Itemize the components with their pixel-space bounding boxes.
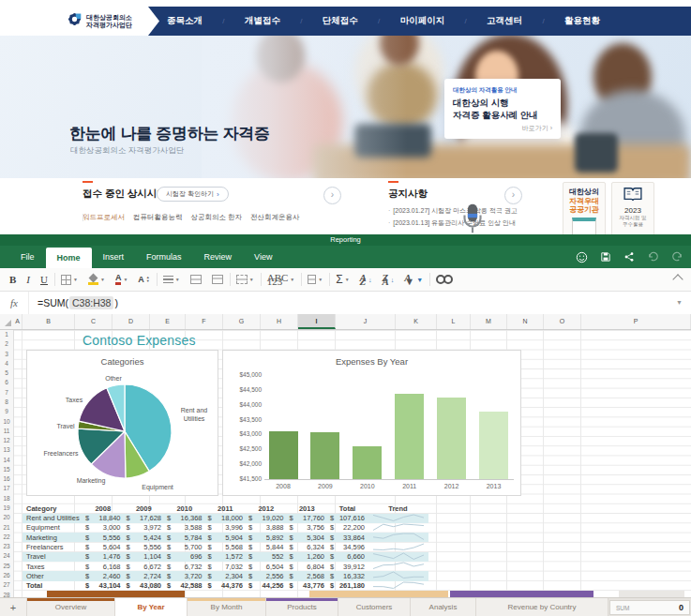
nav-item[interactable]: 마이페이지 (400, 15, 445, 27)
exam-venue-button[interactable]: 시험장 확인하기› (157, 187, 229, 202)
borders-icon[interactable]: ▼ (61, 275, 78, 285)
exam-link[interactable]: 상공회의소 한자 (191, 213, 243, 222)
formula-input[interactable]: =SUM( C38:H38 ) (38, 296, 118, 309)
row-header[interactable]: 1 (0, 330, 13, 339)
column-header-O[interactable]: O (544, 314, 581, 329)
sheet-tab-analysis[interactable]: Analysis (411, 598, 476, 616)
row-header[interactable]: 5 (0, 368, 13, 378)
row-header[interactable]: 28 (0, 591, 13, 597)
row-header[interactable]: 2 (0, 339, 13, 349)
align-icon[interactable]: ▼ (163, 276, 180, 284)
font-color-icon[interactable]: A▼ (115, 274, 128, 285)
sheet-grid[interactable]: 1234567891011121314151617181920212223242… (0, 330, 691, 597)
bold-icon[interactable]: B (9, 274, 16, 285)
banner-card-public-agency[interactable]: 대한상의 자격우대 공공기관 (563, 182, 606, 234)
row-header[interactable]: 18 (0, 494, 13, 503)
underline-icon[interactable]: U (40, 274, 48, 285)
row-header[interactable]: 24 (0, 551, 13, 561)
row-header[interactable]: 16 (0, 474, 13, 484)
ribbon-tab-view[interactable]: View (243, 246, 283, 268)
undo-icon[interactable] (647, 251, 659, 263)
sort-desc-icon[interactable]: ZA↓ (382, 276, 394, 284)
column-header-I[interactable]: I (298, 314, 336, 329)
redo-icon[interactable] (671, 251, 683, 263)
sheet-tab-customers[interactable]: Customers (338, 598, 411, 616)
smiley-icon[interactable] (576, 251, 588, 263)
filter-icon[interactable]: A▼▼ (404, 276, 423, 284)
column-header-G[interactable]: G (223, 314, 261, 329)
row-header[interactable]: 26 (0, 571, 13, 580)
banner-card-2023-guide[interactable]: 2023 자격시험 및 우수활용 (611, 182, 654, 234)
text-size-icon[interactable]: A▲▼ (138, 275, 149, 284)
promo-link[interactable]: 바로가기 › (522, 124, 552, 133)
row-header[interactable]: 7 (0, 388, 13, 398)
formula-dropdown-icon[interactable]: ▼ (676, 299, 683, 306)
column-header-J[interactable]: J (336, 314, 396, 329)
row-header[interactable]: 14 (0, 456, 13, 465)
ribbon-tab-formulas[interactable]: Formulas (135, 246, 193, 268)
sheet-tab-by-month[interactable]: By Month (188, 598, 266, 616)
column-header-C[interactable]: C (75, 314, 113, 329)
notice-next-arrow-button[interactable]: › (504, 187, 522, 204)
nav-item[interactable]: 단체접수 (323, 15, 358, 27)
row-header[interactable]: 21 (0, 523, 13, 533)
formula-range-chip[interactable]: C38:H38 (69, 296, 113, 309)
sheet-tab-by-year[interactable]: By Year (115, 598, 188, 616)
ribbon-tab-insert[interactable]: Insert (92, 246, 136, 268)
column-header-P[interactable]: P (581, 314, 691, 329)
column-header-M[interactable]: M (471, 314, 507, 329)
ribbon-tab-file[interactable]: File (9, 246, 46, 268)
column-header-N[interactable]: N (507, 314, 544, 329)
sheet-tab-overview[interactable]: Overview (27, 598, 115, 616)
row-header[interactable]: 22 (0, 533, 13, 542)
ribbon-tab-review[interactable]: Review (193, 246, 244, 268)
share-icon[interactable] (623, 251, 635, 263)
nav-item[interactable]: 종목소개 (167, 15, 203, 27)
column-header-L[interactable]: L (437, 314, 471, 329)
column-header-D[interactable]: D (113, 314, 150, 329)
exam-link[interactable]: 워드프로세서 (83, 213, 125, 222)
nav-item[interactable]: 고객센터 (487, 15, 522, 27)
promo-card[interactable]: 대한상의 자격활용 안내 대한상의 시행 자격증 활용사례 안내 바로가기 › (444, 79, 561, 139)
exam-link[interactable]: 전산회계운용사 (250, 213, 300, 222)
italic-icon[interactable]: I (26, 274, 30, 285)
edit-icon[interactable]: ▼ (236, 275, 254, 284)
save-icon[interactable] (600, 251, 611, 263)
find-icon[interactable] (436, 275, 451, 284)
sum-icon[interactable]: Σ▼ (336, 273, 349, 286)
sheet-tab-products[interactable]: Products (266, 598, 338, 616)
row-header[interactable]: 19 (0, 503, 13, 513)
sort-asc-icon[interactable]: AZ↓ (360, 276, 372, 284)
merge-icon[interactable] (190, 275, 202, 284)
exam-next-arrow-button[interactable]: › (323, 187, 341, 204)
notice-item[interactable]: ·[2023.01.27] 시험장 마스크 착용 적극 권고 (388, 204, 518, 217)
row-header[interactable]: 12 (0, 436, 13, 445)
row-header[interactable]: 20 (0, 513, 13, 522)
column-header-H[interactable]: H (261, 314, 298, 329)
pie-chart[interactable]: Categories Rent andUtilitiesEquipmentMar… (26, 350, 218, 496)
row-header[interactable]: 3 (0, 350, 13, 359)
row-header[interactable]: 11 (0, 427, 13, 436)
row-header[interactable]: 17 (0, 484, 13, 493)
wrap-icon[interactable] (212, 275, 223, 284)
row-header[interactable]: 15 (0, 465, 13, 474)
column-header-K[interactable]: K (396, 314, 437, 329)
fill-color-icon[interactable]: ▼ (88, 275, 105, 285)
row-header[interactable]: 13 (0, 445, 13, 455)
sheet-tab-revenue-by-country[interactable]: Revenue by Country (476, 598, 608, 616)
nav-item[interactable]: 활용현황 (564, 15, 600, 27)
row-header[interactable]: 8 (0, 398, 13, 407)
column-header-F[interactable]: F (186, 314, 223, 329)
brand-logo[interactable]: 대한상공회의소 자격평가사업단 (60, 7, 159, 36)
table-row[interactable]: Total$43,104$43,080$42,588$44,376$44,256… (23, 581, 428, 591)
column-header-A[interactable]: A (13, 314, 23, 329)
row-header[interactable]: 27 (0, 580, 13, 590)
column-header-E[interactable]: E (150, 314, 186, 329)
ribbon-tab-home[interactable]: Home (46, 248, 92, 268)
row-header[interactable]: 23 (0, 542, 13, 551)
nav-item[interactable]: 개별접수 (245, 15, 280, 27)
select-all-corner[interactable] (0, 314, 13, 329)
column-header-B[interactable]: B (23, 314, 75, 329)
status-sum[interactable]: SUM0 (609, 600, 690, 615)
row-header[interactable]: 10 (0, 417, 13, 427)
